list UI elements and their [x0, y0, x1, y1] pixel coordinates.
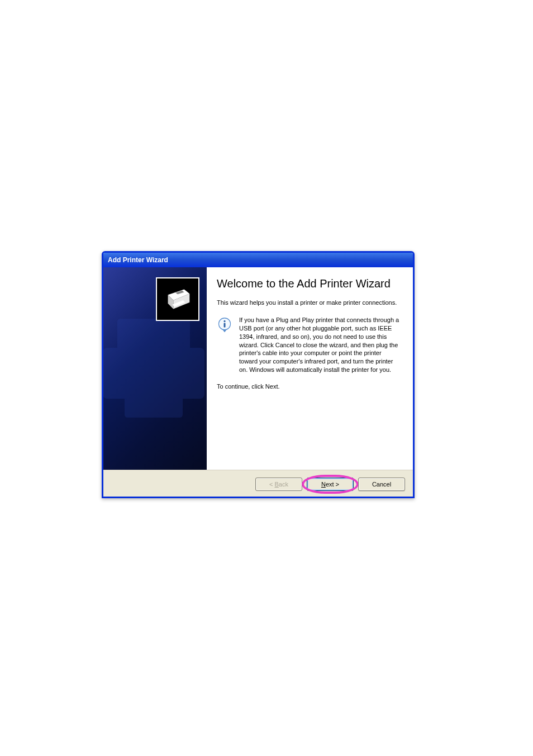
info-block: If you have a Plug and Play printer that…: [217, 316, 399, 374]
cancel-button-label: Cancel: [372, 481, 391, 488]
printer-icon: [160, 282, 195, 316]
next-button-wrap: Next >: [307, 478, 354, 491]
svg-point-10: [223, 320, 225, 322]
next-button-suffix: ext >: [326, 481, 339, 488]
page-title: Welcome to the Add Printer Wizard: [217, 277, 399, 290]
svg-rect-11: [224, 323, 226, 328]
wizard-logo: [156, 277, 199, 321]
wizard-body: Welcome to the Add Printer Wizard This w…: [103, 267, 413, 470]
add-printer-wizard-dialog: Add Printer Wizard: [102, 251, 415, 498]
back-button: < Back: [255, 478, 302, 491]
back-button-hotkey: B: [275, 481, 279, 488]
svg-rect-1: [117, 319, 190, 355]
cancel-button[interactable]: Cancel: [358, 478, 405, 491]
info-icon: [217, 317, 232, 333]
next-button[interactable]: Next >: [307, 478, 354, 491]
wizard-main: Welcome to the Add Printer Wizard This w…: [207, 267, 413, 470]
back-button-prefix: <: [269, 481, 274, 488]
next-button-hotkey: N: [321, 481, 326, 488]
svg-rect-2: [125, 389, 183, 418]
wizard-description: This wizard helps you install a printer …: [217, 299, 399, 306]
back-button-suffix: ack: [279, 481, 288, 488]
button-bar: < Back Next > Cancel: [103, 470, 413, 498]
window-title: Add Printer Wizard: [108, 256, 168, 264]
continue-text: To continue, click Next.: [217, 383, 399, 390]
info-text: If you have a Plug and Play printer that…: [239, 316, 399, 374]
titlebar: Add Printer Wizard: [103, 253, 413, 267]
wizard-sidebar: [103, 267, 207, 470]
